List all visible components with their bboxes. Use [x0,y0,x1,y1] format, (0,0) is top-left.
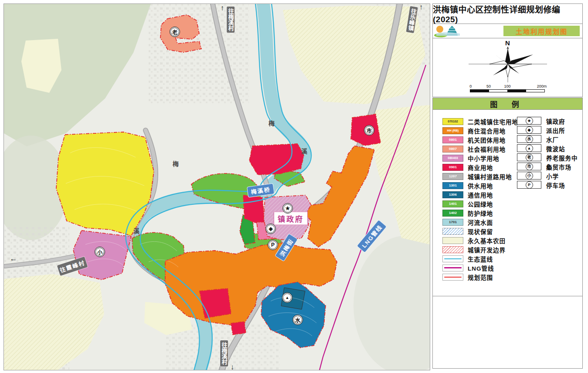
zone-residential [56,132,154,236]
legend-symbol-icon: 老 [526,154,533,161]
legend-symbol-label: 停车场 [546,181,565,190]
side-panel: 洪梅镇中心区控制性详细规划修编(2025) 土地利用规划图 N [432,0,585,373]
legend-symbol-item: 水 水厂 [433,135,583,144]
legend-symbol-item: ◈ 派出所 [433,126,583,135]
legend-color-chip [442,246,463,253]
legend-land-label: 规划范围 [468,273,493,281]
zone-commercial [231,322,246,335]
legend-land-label: 公园绿地 [468,200,493,208]
map-canvas [4,4,430,370]
scale-bar: 0 50 100 200m [470,84,545,92]
legend-symbol-icon: ◈ [526,126,533,134]
legend-land-item: 生态蓝线 [433,254,583,263]
legend-symbol-icon: 水 [526,136,533,143]
elderly-care-symbol: 老 [170,27,180,37]
legend-symbol-item: 老 养老服务中心 [433,153,583,163]
legend-land-item: 1306 通信用地 [433,190,583,199]
primary-school-symbol: 小 [95,247,105,257]
legend-land-label: 永久基本农田 [468,236,506,245]
legend-symbol-box: 老 [517,153,541,161]
legend-color-chip: 1401 [442,200,463,207]
scale-tick: 50 [486,84,491,88]
microwave-station-symbol: ▲ [282,292,292,303]
legend-symbol-icon: ★ [526,117,533,125]
map-subtitle-badge: 土地利用规划图 [503,26,580,36]
legend-color-chip [442,228,463,235]
legend-land-item: 1701 河流水面 [433,217,583,227]
compass-rose-icon [433,44,583,84]
legend-symbol-box: 水 [517,135,541,143]
legend-land-label: 生态蓝线 [468,254,493,263]
legend-color-chip [442,237,463,244]
legend-symbol-item: 市 集贸市场 [433,163,583,172]
legend-header: 图 例 [432,98,583,110]
legend-symbol-icon: ▲ [526,145,533,152]
town-logo-icon [433,24,463,37]
legend-color-chip: 1306 [442,191,463,198]
legend-land-label: 防护绿地 [468,209,493,217]
scale-bar-segments [470,89,545,92]
legend-body: 070102 二类城镇住宅用地 HH (RB) 商住混合用地 0801 机关团体… [432,110,583,296]
legend-symbol-label: 集贸市场 [546,163,571,171]
sheet-title: 洪梅镇中心区控制性详细规划修编(2025) [433,3,582,24]
legend-land-item: 现状保留 [433,227,583,236]
legend-land-label: 现状保留 [468,227,493,236]
legend-title: 图 例 [490,98,525,109]
legend-symbol-item: P 停车场 [433,181,583,190]
legend-land-label: 城镇开发边界 [468,245,506,254]
compass-box: N 0 50 100 200m [432,38,583,97]
legend-symbol-label: 小学 [546,172,559,180]
legend-symbol-box: ▲ [517,144,541,152]
direction-arrow-icon: ← [10,254,17,263]
legend-color-chip: 1701 [442,219,463,226]
legend-land-item: 1402 防护绿地 [433,208,583,217]
legend-symbol-item: ▲ 微波站 [433,144,583,153]
legend-land-label: 河流水面 [468,218,493,227]
legend-color-chip [442,264,463,271]
legend-symbol-icon: 市 [526,163,533,170]
planning-map-sheet: { "header": { "title": "洪梅镇中心区控制性详细规划修编(… [0,0,588,373]
direction-arrow-icon: ↑ [419,3,423,12]
legend-color-chip: 1402 [442,210,463,217]
legend-land-item: 1401 公园绿地 [433,199,583,208]
legend-land-item: 永久基本农田 [433,236,583,245]
zone-welfare [160,15,201,52]
direction-arrow-icon: ↑ [221,4,224,13]
legend-symbol-box: 小 [517,172,541,180]
legend-color-chip [442,274,463,281]
legend-symbol-label: 派出所 [546,126,565,135]
legend-symbol-box: ◈ [517,126,541,134]
legend-symbol-item: ★ 镇政府 [433,117,583,126]
legend-land-item: 城镇开发边界 [433,245,583,254]
legend-symbol-label: 微波站 [546,144,565,153]
legend-symbol-label: 水厂 [546,135,559,144]
legend-symbol-label: 镇政府 [546,117,565,125]
legend-land-item: LNG管线 [433,263,583,272]
town-government-symbol: ★ [282,203,293,214]
brand-row: 土地利用规划图 [432,24,583,38]
scale-ticks: 0 50 100 200m [470,84,545,89]
map-subtitle: 土地利用规划图 [516,27,568,36]
legend-symbol-box: P [517,181,541,189]
water-plant-symbol: 水 [292,315,303,325]
legend-symbol-icon: P [526,181,533,189]
legend-symbol-box: ★ [517,117,541,125]
parking-symbol: P [268,240,278,250]
legend-symbol-item: 小 小学 [433,172,583,181]
legend-land-item: 规划范围 [433,272,583,281]
market-symbol: 市 [364,125,374,136]
police-station-symbol: ◈ [265,224,276,234]
scale-tick: 100 [504,84,510,88]
legend-color-chip [442,255,463,262]
scale-tick: 0 [469,84,472,88]
legend-land-label: LNG管线 [468,264,494,272]
legend-land-label: 通信用地 [468,190,493,199]
legend-symbol-box: 市 [517,163,541,170]
panel-footer-space [432,296,583,369]
land-use-map: 往梅溪村↑往乐峰镇↑往霞峰村←往梅溪村↓梅溪桥洪梅街LNG管线镇政府梅溪梅溪老市… [3,3,430,370]
zone-commercial [200,288,231,318]
scale-tick: 200m [537,84,547,88]
direction-arrow-icon: ↓ [231,363,235,370]
legend-symbol-icon: 小 [526,172,533,180]
sheet-title-box: 洪梅镇中心区控制性详细规划修编(2025) [432,3,583,24]
